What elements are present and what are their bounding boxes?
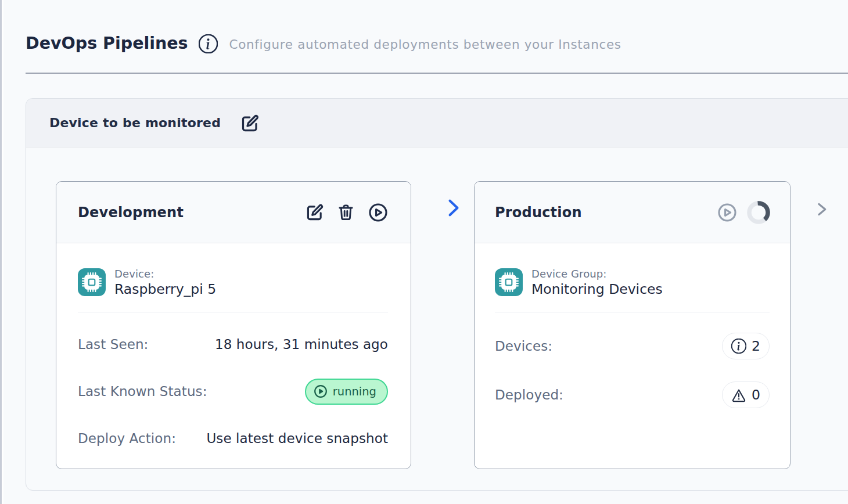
devices-label: Devices: — [495, 339, 552, 354]
pipeline-panel: Device to be monitored Development — [26, 98, 848, 491]
deployed-count-pill[interactable]: 0 — [722, 381, 770, 408]
page-title: DevOps Pipelines — [26, 34, 188, 53]
deploy-action-value: Use latest device snapshot — [206, 431, 388, 446]
chevron-right-icon — [445, 198, 461, 218]
device-label: Device: — [114, 268, 216, 280]
last-seen-value: 18 hours, 31 minutes ago — [215, 337, 388, 352]
devices-row: Devices: 2 — [495, 333, 770, 359]
delete-stage-icon[interactable] — [337, 204, 354, 221]
info-circle-icon[interactable] — [199, 34, 218, 53]
devices-count: 2 — [752, 338, 760, 354]
status-label: Last Known Status: — [78, 384, 207, 399]
deployed-label: Deployed: — [495, 387, 563, 402]
devices-count-pill[interactable]: 2 — [722, 333, 770, 359]
stage-title-production: Production — [495, 204, 717, 221]
info-circle-icon — [731, 339, 746, 354]
device-group-name: Monitoring Devices — [531, 281, 663, 297]
device-group-identity-text: Device Group: Monitoring Devices — [531, 268, 663, 297]
loading-spinner — [747, 201, 770, 224]
device-identity-text: Device: Raspberry_pi 5 — [114, 268, 216, 297]
deployed-count: 0 — [752, 387, 760, 403]
deploy-action-label: Deploy Action: — [78, 431, 176, 446]
status-row: Last Known Status: running — [78, 378, 388, 405]
last-seen-label: Last Seen: — [78, 337, 148, 352]
cpu-chip-icon — [495, 268, 523, 296]
stage-connector-chevron — [411, 198, 474, 218]
card-divider — [78, 312, 388, 312]
stage-title-development: Development — [78, 204, 307, 221]
stage-detail-rows: Devices: 2 Deployed: — [495, 333, 770, 408]
run-stage-icon-disabled[interactable] — [717, 203, 737, 222]
stage-detail-rows: Last Seen: 18 hours, 31 minutes ago Last… — [78, 331, 388, 452]
device-group-identity: Device Group: Monitoring Devices — [495, 268, 770, 297]
carousel-next-button[interactable] — [815, 202, 828, 219]
pipeline-panel-header: Device to be monitored — [26, 99, 848, 147]
status-badge: running — [305, 379, 388, 405]
stage-card-production: Production — [474, 181, 790, 469]
device-name: Raspberry_pi 5 — [114, 281, 216, 297]
page-header: DevOps Pipelines Configure automated dep… — [26, 0, 848, 74]
devops-pipelines-page: DevOps Pipelines Configure automated dep… — [3, 0, 848, 504]
production-card-body: Device Group: Monitoring Devices Devices… — [475, 243, 790, 408]
deployed-row: Deployed: 0 — [495, 381, 770, 408]
run-stage-icon[interactable] — [368, 203, 388, 222]
header-divider — [26, 73, 848, 74]
play-circle-icon — [314, 384, 328, 398]
cpu-chip-icon — [78, 268, 106, 296]
left-panel-edge — [0, 0, 2, 504]
deploy-action-row: Deploy Action: Use latest device snapsho… — [78, 425, 388, 452]
production-card-header: Production — [475, 182, 790, 243]
last-seen-row: Last Seen: 18 hours, 31 minutes ago — [78, 331, 388, 358]
pipeline-stages: Development — [26, 147, 848, 469]
stage-card-development: Development — [56, 181, 411, 469]
development-card-header: Development — [56, 182, 411, 243]
page-header-row: DevOps Pipelines Configure automated dep… — [26, 33, 848, 53]
card-divider — [495, 312, 770, 312]
page-subtitle: Configure automated deployments between … — [229, 37, 621, 52]
device-group-label: Device Group: — [531, 268, 663, 280]
chevron-right-icon — [815, 202, 828, 217]
pipeline-name: Device to be monitored — [49, 116, 221, 130]
status-badge-text: running — [333, 385, 376, 398]
warning-triangle-icon — [731, 387, 746, 402]
development-card-body: Device: Raspberry_pi 5 Last Seen: 18 hou… — [56, 243, 411, 452]
edit-stage-icon[interactable] — [307, 204, 324, 221]
device-identity: Device: Raspberry_pi 5 — [78, 268, 388, 297]
edit-pipeline-icon[interactable] — [242, 114, 259, 132]
